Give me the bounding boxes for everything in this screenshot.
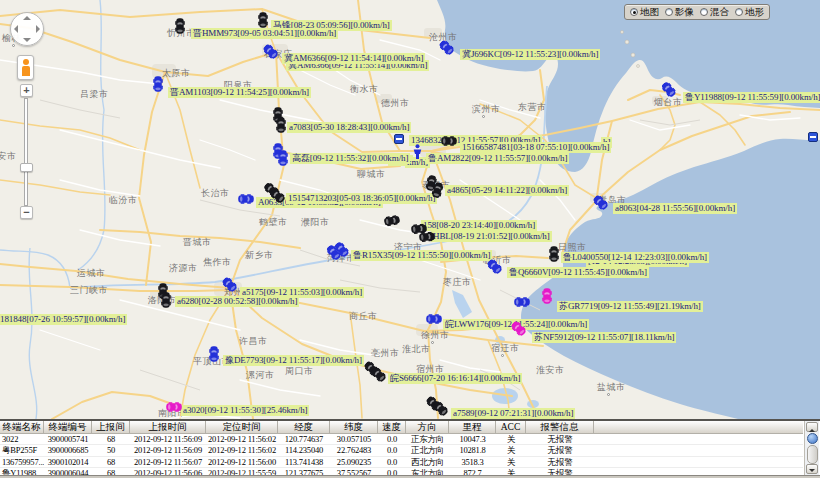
vehicle-info-label[interactable]: a7589[09-12 07:21:31][0.00km/h] [451, 408, 575, 419]
radio-icon[interactable] [700, 8, 708, 16]
vehicle-info-label[interactable]: a4865[05-29 14:11:22][0.00km/h] [445, 185, 569, 196]
pan-up-icon[interactable] [23, 16, 31, 20]
vehicle-marker-icon[interactable] [549, 246, 559, 266]
column-header[interactable]: 定位时间 [206, 421, 278, 433]
vehicle-marker-icon[interactable] [175, 18, 185, 38]
vehicle-marker-icon[interactable] [422, 314, 442, 324]
vehicle-info-label[interactable]: HBL[08-19 21:01:52][0.00km/h] [431, 231, 552, 242]
vehicle-info-label[interactable]: 苏GR7719[09-12 11:55:49][21.19km/h] [557, 301, 703, 312]
radio-icon[interactable] [630, 8, 638, 16]
vehicle-info-label[interactable]: a6280[02-28 00:52:58][0.00km/h] [175, 296, 299, 307]
column-header[interactable]: 经度 [278, 421, 330, 433]
column-header[interactable]: 速度 [378, 421, 406, 433]
table-cell: 114.235040 [278, 445, 330, 455]
column-header[interactable]: 里程 [449, 421, 496, 433]
table-cell: 120.774637 [278, 434, 330, 444]
scrollbar-thumb[interactable] [807, 433, 818, 444]
vehicle-info-label[interactable]: 晋AM1103[09-12 11:54:25][0.00km/h] [168, 87, 311, 98]
map-canvas[interactable]: 榆林延安市吕梁市太原市忻州市阳泉市石家庄衡水市德州市沧州市滨州市东营市烟台市青岛… [0, 0, 820, 419]
map-type-option-0[interactable]: 地图 [630, 6, 659, 19]
scroll-down-button[interactable] [806, 464, 818, 474]
column-header-filler [594, 421, 803, 433]
table-scrollbar[interactable] [804, 421, 819, 475]
map-type-option-1[interactable]: 影像 [665, 6, 694, 19]
cluster-marker[interactable] [808, 132, 818, 142]
vehicle-info-label[interactable]: 豫DE7793[09-12 11:55:17][0.00km/h] [223, 355, 364, 366]
vehicle-info-label[interactable]: a8063[04-28 11:55:56][0.00km/h] [613, 203, 737, 214]
cluster-marker[interactable] [394, 134, 404, 144]
column-header[interactable]: 纬度 [330, 421, 378, 433]
table-row[interactable]: 30223900005741682012-09-12 11:56:092012-… [0, 434, 803, 445]
vehicle-marker-icon[interactable] [161, 292, 171, 312]
column-header[interactable]: 上报时间 [130, 421, 206, 433]
table-cell: 2012-09-12 11:56:02 [206, 434, 278, 444]
map-type-option-2[interactable]: 混合 [700, 6, 729, 19]
radio-icon[interactable] [665, 8, 673, 16]
map-type-option-3[interactable]: 地形 [735, 6, 764, 19]
vehicle-marker-icon[interactable] [415, 231, 436, 243]
city-label: 濮阳市 [301, 217, 330, 227]
scroll-up-button[interactable] [806, 422, 818, 432]
vehicle-info-label[interactable]: 冀J696KC[09-12 11:55:23][0.00km/h] [460, 49, 600, 60]
vehicle-info-label[interactable]: 鲁Q6660V[09-12 11:55:45][0.00km/h] [507, 267, 649, 278]
vehicle-marker-icon[interactable] [276, 117, 286, 137]
vehicle-info-label[interactable]: 15166587481[03-18 07:55:10][0.00km/h] [460, 142, 611, 153]
vehicle-info-label[interactable]: 158[08-20 23:14:40][0.00km/h] [421, 220, 537, 231]
vehicle-marker-icon[interactable] [209, 346, 219, 366]
vehicle-info-label[interactable]: 181848[07-26 10:59:57][0.00km/h] [0, 314, 127, 325]
column-header[interactable]: 报警信息 [526, 421, 594, 433]
city-label: 新乡市 [245, 250, 274, 260]
vehicle-info-label[interactable]: 苏NF5912[09-12 11:55:07][18.11km/h] [532, 332, 676, 343]
person-marker-icon[interactable] [412, 144, 423, 164]
vehicle-marker-icon[interactable] [258, 12, 268, 32]
vehicle-marker-icon[interactable] [437, 136, 457, 146]
city-label: 周口市 [285, 366, 314, 376]
zoom-in-button[interactable]: + [20, 84, 33, 97]
column-header[interactable]: ACC [496, 421, 526, 433]
vehicle-info-label[interactable]: 15154713203[05-03 18:36:05][0.00km/h] [286, 193, 437, 204]
city-label: 太原市 [162, 68, 191, 78]
zoom-out-button[interactable]: − [20, 206, 33, 219]
pan-down-icon[interactable] [23, 38, 31, 42]
street-view-pegman[interactable] [17, 55, 34, 80]
zoom-slider-track[interactable] [24, 98, 28, 206]
column-header[interactable]: 终端名称 [0, 421, 44, 433]
vehicle-info-label[interactable]: 鲁L0400550[12-14 12:23:03][0.00km/h] [561, 252, 709, 263]
pegman-body [22, 66, 30, 76]
table-cell: 粤BP255F [0, 445, 44, 455]
table-cell: 2012-09-12 11:56:00 [206, 457, 278, 467]
vehicle-marker-icon[interactable] [153, 76, 163, 96]
city-label: 烟台市 [654, 97, 683, 107]
vehicle-marker-icon[interactable] [234, 194, 254, 204]
table-cell: 0.0 [378, 445, 406, 455]
vehicle-marker-icon[interactable] [278, 150, 288, 170]
vehicle-info-label[interactable]: 皖S6666[07-20 16:16:14][0.00km/h] [388, 373, 522, 384]
vehicle-info-label[interactable]: 鲁R15X35[09-12 11:55:50][0.00km/h] [351, 250, 492, 261]
vehicle-marker-icon[interactable] [510, 297, 530, 307]
vehicle-info-label[interactable]: 冀AM6366[09-12 11:54:14][0.00km/h] [282, 53, 425, 64]
table-row[interactable]: 粤BP255F3900006685502012-09-12 11:56:0920… [0, 445, 803, 456]
vehicle-info-label[interactable]: a3020[09-12 11:55:30][25.46km/h] [181, 405, 309, 416]
zoom-slider-thumb[interactable] [20, 163, 33, 172]
scrollbar-track-capsule[interactable] [807, 445, 818, 464]
pegman-icon [23, 59, 29, 65]
vehicle-info-label[interactable]: 鲁Y11988[09-12 11:55:59][0.00km/h] [683, 92, 820, 103]
table-cell: 正东方向 [406, 434, 449, 444]
city-label: 延安市 [0, 151, 17, 161]
map-pan-control[interactable] [10, 12, 44, 46]
radio-icon[interactable] [735, 8, 743, 16]
vehicle-marker-icon[interactable] [542, 288, 552, 308]
city-label: 焦作市 [203, 257, 232, 267]
city-label: 鹤壁市 [259, 217, 288, 227]
vehicle-info-label[interactable]: 鲁AM2822[09-12 11:55:57][0.00km/h] [426, 153, 569, 164]
column-header[interactable]: 方向 [406, 421, 449, 433]
table-cell: 22.762483 [330, 445, 378, 455]
table-row[interactable]: 136759957...3900102014682012-09-12 11:56… [0, 457, 803, 468]
pan-left-icon[interactable] [14, 25, 18, 33]
vehicle-marker-icon[interactable] [162, 402, 182, 412]
vehicle-info-label[interactable]: 高磊[09-12 11:55:32][0.00km/h] [290, 153, 410, 164]
pan-right-icon[interactable] [36, 25, 40, 33]
column-header[interactable]: 终端编号 [44, 421, 92, 433]
column-header[interactable]: 上报间隔 [92, 421, 130, 433]
vehicle-info-label[interactable]: a7083[05-30 18:28:43][0.00km/h] [287, 122, 411, 133]
